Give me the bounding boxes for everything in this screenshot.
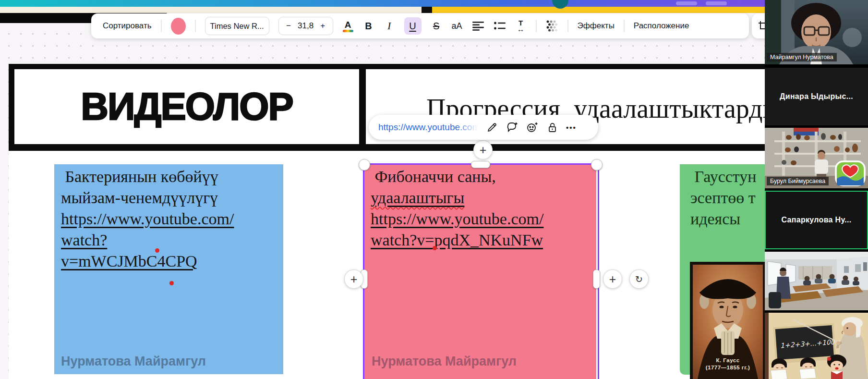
misspelled-word: удаалаштыгы	[371, 189, 464, 207]
resize-handle-right[interactable]	[593, 269, 600, 289]
slide-frame-divider	[359, 64, 366, 151]
font-family-select[interactable]: Times New R...	[205, 17, 269, 35]
spellcheck-dot	[169, 281, 174, 285]
toolbar-divider	[624, 20, 625, 32]
card-bacteria[interactable]: Бактериянын көбөйүү мыйзам-ченемдүүлүгү …	[54, 164, 283, 374]
resize-handle-top[interactable]	[471, 161, 490, 168]
add-emoji-icon[interactable]	[526, 121, 539, 134]
slide-frame-top	[9, 64, 765, 69]
resize-handle-top-right[interactable]	[591, 159, 603, 171]
add-element-right-button[interactable]: +	[603, 269, 622, 289]
participant-tile-name-only[interactable]: Динара Ыдырыс...	[765, 68, 868, 125]
participant-tile-classroom[interactable]	[765, 252, 868, 310]
more-options-icon[interactable]: •••	[566, 123, 577, 132]
edit-pencil-icon[interactable]	[485, 121, 498, 134]
slide-title[interactable]: ВИДЕОЛОР	[14, 69, 359, 144]
gauss-portrait-image[interactable]: К. Гаусс (1777—1855 гг.)	[690, 262, 766, 379]
text-color-button[interactable]: A	[342, 17, 354, 35]
add-element-top-button[interactable]: +	[473, 140, 493, 159]
bullet-list-button[interactable]	[494, 17, 506, 35]
participant-tile-active-speaker[interactable]: Сапаркулова Ну...	[765, 191, 868, 249]
top-gradient-bar	[0, 0, 868, 7]
participant-tile-webcam[interactable]: Майрамгул Нурматова	[765, 0, 868, 64]
gauss-caption: К. Гаусс (1777—1855 гг.)	[693, 357, 763, 371]
cartoon-video: 1+2+3+...+100=?	[765, 313, 868, 379]
participant-name: Динара Ыдырыс...	[765, 68, 868, 125]
font-size-decrease[interactable]: −	[286, 21, 291, 31]
toolbar-divider	[536, 20, 537, 32]
slide-frame-bottom	[9, 144, 765, 151]
add-comment-icon[interactable]	[506, 121, 518, 134]
spellcheck-dot	[155, 248, 159, 253]
font-size-increase[interactable]: +	[320, 21, 325, 31]
window-strip	[0, 7, 422, 13]
participant-tile-cartoon[interactable]: 1+2+3+...+100=?	[765, 313, 868, 379]
participant-name: Майрамгул Нурматова	[767, 53, 837, 61]
add-element-left-button[interactable]: +	[344, 269, 363, 289]
rotate-button[interactable]: ↻	[629, 269, 649, 289]
transparency-button[interactable]	[546, 17, 558, 35]
text-case-button[interactable]: aA	[451, 17, 463, 35]
sort-button[interactable]: Сортировать	[103, 21, 152, 31]
format-toolbar: Сортировать Times New R... − 31,8 + A B …	[91, 13, 749, 38]
text-align-button[interactable]	[472, 17, 484, 35]
effects-button[interactable]: Эффекты	[578, 21, 615, 31]
card-fibonacci[interactable]: Фибоначчи саны, удаалаштыгы https://www.…	[364, 164, 596, 379]
spellcheck-dot	[433, 246, 437, 250]
italic-button[interactable]: I	[384, 17, 395, 35]
underline-button[interactable]: U	[404, 17, 422, 35]
app-screen: ВИДЕОЛОР Прогрессия, удаалаштыктарды ок …	[0, 0, 868, 379]
slide-frame-left	[9, 64, 14, 151]
letter-spacing-button[interactable]: T ↔	[515, 17, 527, 35]
participant-name: Бурул Биймурсаева	[767, 177, 829, 185]
strikethrough-button[interactable]: S	[431, 17, 442, 35]
participant-tile-photo[interactable]: Бурул Биймурсаева	[765, 128, 868, 188]
card-fibonacci-text: Фибоначчи саны, удаалаштыгы https://www.…	[371, 166, 592, 251]
font-size-value[interactable]: 31,8	[298, 21, 313, 31]
highlight-strip	[432, 7, 765, 13]
link-popover[interactable]: https://www.youtube.com •••	[369, 115, 598, 140]
card-bacteria-text: Бактериянын көбөйүү мыйзам-ченемдүүлүгү …	[61, 166, 279, 272]
window-strip-divider	[422, 7, 432, 13]
participant-name: Сапаркулова Ну...	[766, 192, 867, 248]
toolbar-divider	[567, 20, 568, 32]
fill-color-swatch[interactable]	[171, 18, 186, 35]
toolbar-divider	[195, 20, 196, 32]
card-author: Нурматова Майрамгул	[372, 354, 517, 369]
card-author: Нурматова Майрамгул	[61, 354, 206, 369]
classroom-video	[765, 252, 868, 310]
card-fibonacci-link[interactable]: https://www.youtube.com/	[371, 208, 592, 230]
card-bacteria-link[interactable]: https://www.youtube.com/	[61, 208, 279, 230]
resize-handle-top-left[interactable]	[359, 159, 370, 171]
header-button[interactable]	[676, 1, 697, 5]
link-url[interactable]: https://www.youtube.com	[378, 122, 478, 133]
font-size-stepper[interactable]: − 31,8 +	[278, 17, 333, 35]
toolbar-divider	[161, 20, 162, 32]
position-button[interactable]: Расположение	[634, 21, 689, 31]
lock-icon[interactable]	[546, 121, 559, 134]
header-button[interactable]	[706, 1, 727, 5]
video-call-sidebar: Майрамгул Нурматова Динара Ыдырыс...	[765, 0, 868, 379]
bold-button[interactable]: B	[363, 17, 374, 35]
